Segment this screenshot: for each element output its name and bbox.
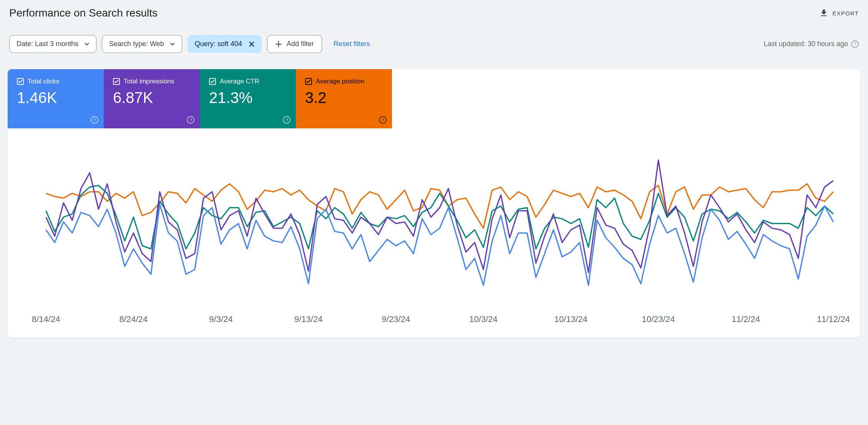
filter-search-type-label: Search type: Web [109, 40, 164, 48]
metric-card-clicks[interactable]: Total clicks 1.46K ? [8, 69, 104, 128]
help-icon[interactable]: ? [379, 116, 387, 124]
checkbox-icon [305, 78, 312, 85]
metric-card-position[interactable]: Average position 3.2 ? [296, 69, 392, 128]
svg-text:11/2/24: 11/2/24 [732, 314, 760, 324]
metric-clicks-label: Total clicks [28, 78, 59, 85]
performance-card: Total clicks 1.46K ? Total impressions 6… [8, 69, 860, 338]
metric-clicks-value: 1.46K [17, 89, 95, 106]
caret-down-icon [85, 43, 89, 45]
metric-position-label: Average position [316, 78, 364, 85]
add-filter-label: Add filter [287, 40, 314, 48]
filter-date-label: Date: Last 3 months [17, 40, 78, 48]
reset-filters-link[interactable]: Reset filters [334, 40, 370, 48]
caret-down-icon [170, 43, 175, 45]
filter-chip-search-type[interactable]: Search type: Web [102, 35, 182, 53]
checkbox-icon [209, 78, 216, 85]
svg-text:10/23/24: 10/23/24 [642, 314, 675, 324]
metric-ctr-label: Average CTR [220, 78, 259, 85]
filter-chip-date[interactable]: Date: Last 3 months [9, 35, 96, 53]
svg-text:9/13/24: 9/13/24 [294, 314, 323, 324]
checkbox-icon [113, 78, 120, 85]
export-label: EXPORT [832, 10, 859, 17]
help-icon[interactable]: ? [187, 116, 194, 124]
help-icon[interactable]: ? [91, 116, 98, 124]
help-icon[interactable]: ? [283, 116, 290, 124]
checkbox-icon [17, 78, 24, 85]
svg-text:11/12/24: 11/12/24 [817, 314, 850, 324]
metric-ctr-value: 21.3% [209, 89, 287, 106]
metric-card-impressions[interactable]: Total impressions 6.87K ? [104, 69, 200, 128]
last-updated-text: Last updated: 30 hours ago [764, 40, 848, 48]
svg-text:9/23/24: 9/23/24 [382, 314, 410, 324]
svg-text:9/3/24: 9/3/24 [209, 314, 232, 324]
svg-text:10/3/24: 10/3/24 [469, 314, 498, 324]
add-filter-button[interactable]: Add filter [267, 35, 322, 53]
close-icon[interactable] [249, 42, 254, 47]
performance-chart[interactable]: 8/14/248/24/249/3/249/13/249/23/2410/3/2… [18, 136, 850, 329]
filters-bar: Date: Last 3 months Search type: Web Que… [0, 27, 868, 55]
metric-position-value: 3.2 [305, 89, 383, 106]
last-updated: Last updated: 30 hours ago ? [764, 40, 859, 48]
export-button[interactable]: EXPORT [819, 8, 859, 18]
svg-text:8/24/24: 8/24/24 [119, 314, 148, 324]
metric-card-ctr[interactable]: Average CTR 21.3% ? [200, 69, 296, 128]
help-icon[interactable]: ? [851, 40, 859, 48]
filter-query-label: Query: soft 404 [195, 40, 242, 48]
svg-text:8/14/24: 8/14/24 [32, 314, 60, 324]
svg-text:10/13/24: 10/13/24 [554, 314, 588, 324]
page-title: Performance on Search results [9, 7, 158, 19]
download-icon [819, 8, 828, 18]
filter-chip-query[interactable]: Query: soft 404 [188, 35, 262, 53]
plus-icon [275, 41, 282, 48]
metric-impressions-label: Total impressions [124, 78, 174, 85]
metrics-row: Total clicks 1.46K ? Total impressions 6… [8, 69, 860, 128]
metric-impressions-value: 6.87K [113, 89, 191, 106]
